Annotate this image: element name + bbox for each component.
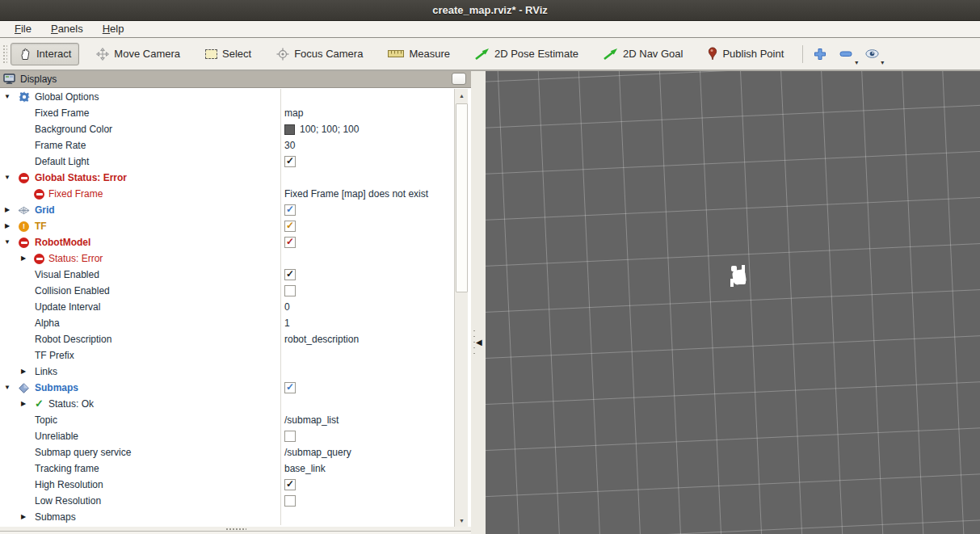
row-value[interactable] [280,428,454,444]
checkbox-unchecked[interactable] [284,495,296,507]
row-value[interactable]: ✓ [280,153,454,170]
expander-open-icon[interactable]: ▼ [2,380,13,396]
row-value[interactable]: ✓ [280,202,454,218]
color-swatch[interactable] [284,124,295,135]
pose-estimate-tool-button[interactable]: 2D Pose Estimate [467,43,587,65]
tree-row[interactable]: Collision Enabled [0,283,454,299]
tree-row[interactable]: Submap query service/submap_query [0,444,454,460]
tree-row[interactable]: Robot Descriptionrobot_description [0,331,454,347]
row-value[interactable]: robot_description [280,331,454,347]
tree-row[interactable]: ▶Submaps [0,509,454,525]
row-value[interactable] [280,89,454,105]
tree-row[interactable]: High Resolution✓ [0,477,454,493]
row-value[interactable]: /submap_query [280,444,454,460]
menu-file[interactable]: File [6,22,40,36]
row-value[interactable]: /submap_list [280,412,454,428]
scroll-up-icon[interactable]: ▲ [455,89,469,102]
row-value[interactable]: ✓ [280,218,454,234]
focus-camera-tool-button[interactable]: Focus Camera [268,43,371,65]
select-tool-button[interactable]: Select [197,43,259,65]
tree-row[interactable]: Frame Rate30 [0,137,454,153]
publish-point-tool-button[interactable]: Publish Point [700,42,792,65]
tree-row[interactable]: Alpha1 [0,315,454,331]
tree-row[interactable]: Update Interval0 [0,299,454,315]
row-value[interactable]: 100; 100; 100 [280,121,454,137]
tree-row[interactable]: Topic/submap_list [0,412,454,428]
menu-panels[interactable]: Panels [43,22,91,36]
toolbar-grip-handle[interactable] [2,44,7,65]
checkbox-checked[interactable]: ✓ [284,269,296,280]
expander-closed-icon[interactable]: ▶ [18,250,29,267]
tree-row[interactable]: Fixed FrameFixed Frame [map] does not ex… [0,186,454,202]
robot-model[interactable] [728,265,752,291]
expander-closed-icon[interactable]: ▶ [18,509,29,525]
row-value[interactable]: 0 [280,299,454,315]
3d-viewport[interactable] [486,71,980,534]
expander-closed-icon[interactable]: ▶ [18,396,29,412]
row-value[interactable]: ✓ [280,234,454,250]
move-camera-tool-button[interactable]: Move Camera [88,43,188,65]
expander-closed-icon[interactable]: ▶ [18,364,29,380]
vertical-splitter[interactable]: ◀ [471,71,486,534]
expander-closed-icon[interactable]: ▶ [2,202,13,218]
checkbox-checked[interactable]: ✓ [284,204,296,216]
row-value[interactable]: 30 [280,137,454,153]
tree-row[interactable]: ▼Submaps✓ [0,380,454,396]
checkbox-checked[interactable]: ✓ [284,479,296,490]
tree-row[interactable]: ▶Grid✓ [0,202,454,218]
row-value[interactable] [280,396,454,412]
tree-row[interactable]: Fixed Framemap [0,105,454,121]
row-value[interactable]: map [280,105,454,121]
row-value[interactable]: 1 [280,315,454,331]
tree-row[interactable]: TF Prefix [0,347,454,364]
menu-help[interactable]: Help [95,22,132,36]
tree-row[interactable]: Low Resolution [0,493,454,509]
tree-row[interactable]: Tracking framebase_link [0,460,454,477]
expander-open-icon[interactable]: ▼ [2,89,13,105]
vertical-scrollbar[interactable]: ▲ ▼ [454,89,468,527]
tree-row[interactable]: ▼RobotModel✓ [0,234,454,250]
expander-open-icon[interactable]: ▼ [2,234,13,250]
tree-row[interactable]: ▼Global Status: Error [0,170,454,186]
tree-row[interactable]: ▶!TF✓ [0,218,454,234]
row-value[interactable] [280,250,454,267]
row-value[interactable] [280,364,454,380]
row-value[interactable]: base_link [280,460,454,477]
zoom-out-button[interactable]: ▾ [835,44,856,65]
scrollbar-thumb[interactable] [456,103,468,292]
interact-tool-button[interactable]: Interact [11,43,79,65]
measure-tool-button[interactable]: Measure [380,43,458,65]
row-value[interactable] [280,170,454,186]
row-value[interactable]: Fixed Frame [map] does not exist [280,186,454,202]
checkbox-checked[interactable]: ✓ [284,237,296,248]
row-value[interactable] [280,283,454,299]
tree-row[interactable]: Visual Enabled✓ [0,267,454,283]
checkbox-checked[interactable]: ✓ [284,221,296,232]
row-value[interactable]: ✓ [280,477,454,493]
tree-row[interactable]: Unreliable [0,428,454,444]
row-value[interactable]: ✓ [280,267,454,283]
nav-goal-tool-button[interactable]: 2D Nav Goal [595,43,691,65]
checkbox-checked[interactable]: ✓ [284,382,296,393]
checkbox-checked[interactable]: ✓ [284,156,296,167]
window-titlebar[interactable]: create_map.rviz* - RViz [0,0,980,21]
row-value[interactable] [280,493,454,509]
tree-row[interactable]: Default Light✓ [0,153,454,170]
tree-row[interactable]: ▼Global Options [0,89,454,105]
displays-panel-header[interactable]: Displays [0,71,471,88]
visibility-button[interactable]: ▾ [861,44,882,65]
row-value[interactable] [280,509,454,525]
tree-row[interactable]: ▶Links [0,364,454,380]
expander-open-icon[interactable]: ▼ [2,170,13,186]
checkbox-unchecked[interactable] [284,285,296,296]
tree-row[interactable]: ▶✓Status: Ok [0,396,454,412]
panel-float-button[interactable] [452,73,466,85]
expander-closed-icon[interactable]: ▶ [2,218,13,234]
collapse-panel-icon[interactable]: ◀ [476,338,482,347]
row-value[interactable]: ✓ [280,380,454,396]
row-value[interactable] [280,347,454,364]
tree-row[interactable]: ▶Status: Error [0,250,454,267]
tree-row[interactable]: Background Color100; 100; 100 [0,121,454,137]
checkbox-unchecked[interactable] [284,431,296,442]
zoom-in-button[interactable] [810,44,831,65]
